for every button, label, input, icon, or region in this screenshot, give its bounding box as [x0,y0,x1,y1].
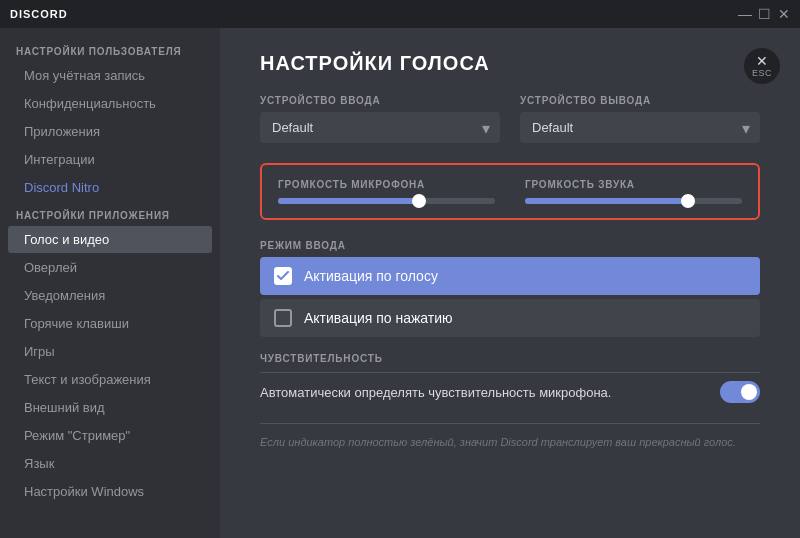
sound-volume-track[interactable] [525,198,742,204]
input-device-select[interactable]: Default [260,112,500,143]
sidebar-item-nitro[interactable]: Discord Nitro [8,174,212,201]
app-body: НАСТРОЙКИ ПОЛЬЗОВАТЕЛЯ Моя учётная запис… [0,28,800,538]
output-device-group: УСТРОЙСТВО ВЫВОДА Default ▾ [520,95,760,143]
sidebar-item-appearance[interactable]: Внешний вид [8,394,212,421]
mic-volume-group: ГРОМКОСТЬ МИКРОФОНА [278,179,495,204]
sensitivity-row: Автоматически определять чувствительност… [260,372,760,411]
sidebar-item-hotkeys[interactable]: Горячие клавиши [8,310,212,337]
input-mode-section: РЕЖИМ ВВОДА Активация по голосу Активаци… [260,240,760,337]
main-content: ✕ ESC НАСТРОЙКИ ГОЛОСА УСТРОЙСТВО ВВОДА … [220,28,800,538]
sidebar-item-privacy[interactable]: Конфиденциальность [8,90,212,117]
sensitivity-section-label: ЧУВСТВИТЕЛЬНОСТЬ [260,353,760,364]
sensitivity-section: ЧУВСТВИТЕЛЬНОСТЬ Автоматически определят… [260,353,760,448]
mic-volume-label: ГРОМКОСТЬ МИКРОФОНА [278,179,495,190]
mic-volume-thumb[interactable] [412,194,426,208]
titlebar: DISCORD — ☐ ✕ [0,0,800,28]
sound-volume-label: ГРОМКОСТЬ ЗВУКА [525,179,742,190]
input-device-select-wrap: Default ▾ [260,112,500,143]
sidebar-item-voice[interactable]: Голос и видео [8,226,212,253]
sidebar-item-account[interactable]: Моя учётная запись [8,62,212,89]
push-to-talk-label: Активация по нажатию [304,310,453,326]
sidebar: НАСТРОЙКИ ПОЛЬЗОВАТЕЛЯ Моя учётная запис… [0,28,220,538]
sidebar-item-notifications[interactable]: Уведомления [8,282,212,309]
voice-activation-label: Активация по голосу [304,268,438,284]
mic-volume-track[interactable] [278,198,495,204]
checkmark-icon [277,271,289,281]
close-icon: ✕ [756,54,768,68]
divider [260,423,760,424]
push-to-talk-option[interactable]: Активация по нажатию [260,299,760,337]
output-device-select[interactable]: Default [520,112,760,143]
push-to-talk-checkbox [274,309,292,327]
app-settings-section-label: НАСТРОЙКИ ПРИЛОЖЕНИЯ [0,202,220,225]
user-settings-section-label: НАСТРОЙКИ ПОЛЬЗОВАТЕЛЯ [0,38,220,61]
input-device-group: УСТРОЙСТВО ВВОДА Default ▾ [260,95,500,143]
sidebar-item-windows[interactable]: Настройки Windows [8,478,212,505]
maximize-button[interactable]: ☐ [758,8,770,20]
sidebar-item-apps[interactable]: Приложения [8,118,212,145]
output-device-select-wrap: Default ▾ [520,112,760,143]
hint-text: Если индикатор полностью зелёный, значит… [260,436,760,448]
sidebar-item-integrations[interactable]: Интеграции [8,146,212,173]
esc-label: ESC [752,68,772,78]
voice-activation-option[interactable]: Активация по голосу [260,257,760,295]
sidebar-item-language[interactable]: Язык [8,450,212,477]
window-controls[interactable]: — ☐ ✕ [738,8,790,20]
sound-volume-fill [525,198,688,204]
page-title: НАСТРОЙКИ ГОЛОСА [260,52,760,75]
sidebar-item-games[interactable]: Игры [8,338,212,365]
sidebar-item-streamer[interactable]: Режим "Стример" [8,422,212,449]
minimize-button[interactable]: — [738,8,750,20]
input-device-label: УСТРОЙСТВО ВВОДА [260,95,500,106]
sliders-row: ГРОМКОСТЬ МИКРОФОНА ГРОМКОСТЬ ЗВУКА [278,179,742,204]
sidebar-item-text[interactable]: Текст и изображения [8,366,212,393]
device-dropdowns-row: УСТРОЙСТВО ВВОДА Default ▾ УСТРОЙСТВО ВЫ… [260,95,760,143]
mic-volume-fill [278,198,419,204]
sensitivity-label: Автоматически определять чувствительност… [260,385,611,400]
output-device-label: УСТРОЙСТВО ВЫВОДА [520,95,760,106]
toggle-knob [741,384,757,400]
sound-volume-thumb[interactable] [681,194,695,208]
sound-volume-group: ГРОМКОСТЬ ЗВУКА [525,179,742,204]
input-mode-label: РЕЖИМ ВВОДА [260,240,760,251]
voice-activation-checkbox [274,267,292,285]
esc-button[interactable]: ✕ ESC [744,48,780,84]
close-button[interactable]: ✕ [778,8,790,20]
sidebar-item-overlay[interactable]: Оверлей [8,254,212,281]
sensitivity-toggle[interactable] [720,381,760,403]
volume-sliders-box: ГРОМКОСТЬ МИКРОФОНА ГРОМКОСТЬ ЗВУКА [260,163,760,220]
app-logo: DISCORD [10,8,68,20]
